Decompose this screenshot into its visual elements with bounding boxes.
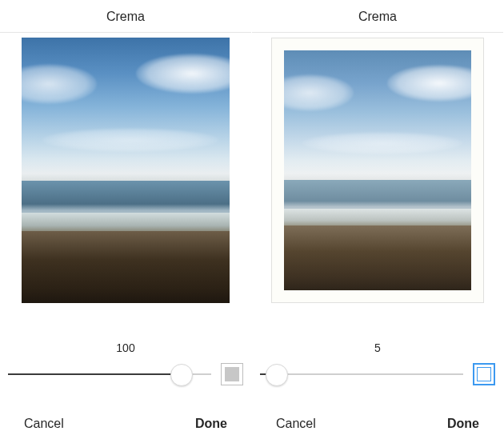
controls: 5: [252, 341, 503, 404]
bottom-bar: Cancel Done: [252, 404, 503, 447]
filter-title: Crema: [252, 0, 503, 33]
app: Crema 100: [0, 0, 504, 447]
controls: 100: [0, 341, 251, 404]
cancel-button[interactable]: Cancel: [24, 417, 64, 431]
preview-wrap: [0, 33, 251, 303]
frame-toggle[interactable]: [221, 363, 243, 385]
slider-value-label: 100: [8, 341, 243, 354]
photo-preview: [284, 50, 471, 290]
frame-toggle[interactable]: [473, 363, 495, 385]
filter-strength-slider[interactable]: [260, 362, 463, 386]
editor-pane-right: Crema: [252, 0, 504, 447]
filter-strength-slider[interactable]: [8, 362, 211, 386]
photo-frame: [271, 38, 484, 303]
preview-wrap: [252, 33, 503, 303]
photo-preview: [22, 38, 230, 303]
filter-title: Crema: [0, 0, 251, 33]
cancel-button[interactable]: Cancel: [276, 417, 316, 431]
bottom-bar: Cancel Done: [0, 404, 251, 447]
done-button[interactable]: Done: [447, 417, 479, 431]
done-button[interactable]: Done: [195, 417, 227, 431]
slider-value-label: 5: [260, 341, 495, 354]
editor-pane-left: Crema 100: [0, 0, 252, 447]
